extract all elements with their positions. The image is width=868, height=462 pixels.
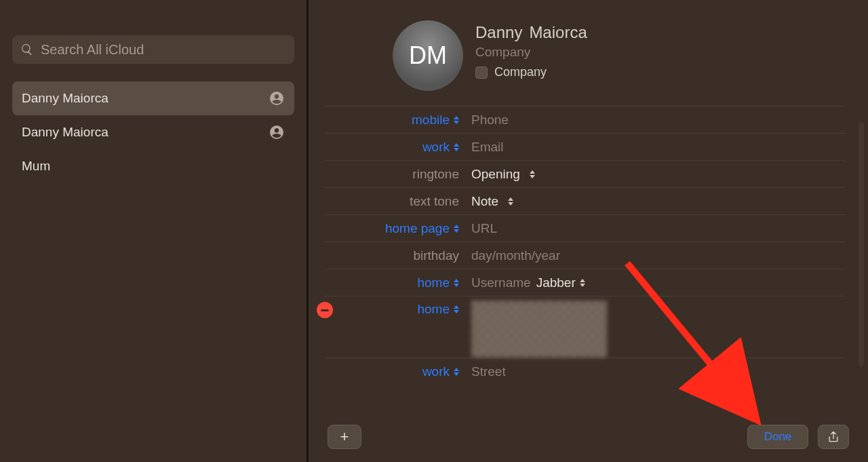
username-input[interactable]: Username (471, 275, 531, 290)
company-checkbox-row: Company (475, 65, 587, 79)
ringtone-label: ringtone (325, 167, 465, 182)
chevron-updown-icon (530, 170, 535, 178)
chevron-updown-icon (454, 305, 459, 313)
search-field[interactable] (12, 35, 294, 64)
contact-list-item[interactable]: Danny Maiorca (12, 81, 294, 115)
email-input[interactable]: Email (471, 140, 504, 155)
homepage-label-picker[interactable]: home page (325, 221, 465, 236)
chevron-updown-icon (454, 116, 459, 124)
mobile-label-picker[interactable]: mobile (325, 113, 465, 128)
email-label-picker[interactable]: work (325, 140, 465, 155)
first-name[interactable]: Danny (475, 23, 522, 41)
chevron-updown-icon (580, 279, 585, 287)
phone-input[interactable]: Phone (471, 113, 509, 128)
chevron-updown-icon (454, 279, 459, 287)
address-work-label-picker[interactable]: work (325, 364, 465, 379)
street-input[interactable]: Street (471, 364, 506, 379)
url-input[interactable]: URL (471, 221, 497, 236)
chevron-updown-icon (454, 368, 459, 376)
person-icon (269, 90, 285, 107)
field-row-ringtone: ringtone Opening (325, 160, 845, 187)
scrollbar[interactable] (859, 122, 864, 366)
field-row-mobile: mobile Phone (325, 106, 845, 133)
contact-detail: DM DannyMaiorca Company Company mobile P… (309, 0, 868, 462)
address-redacted[interactable] (471, 301, 607, 358)
field-row-home-address: home (325, 296, 845, 358)
chevron-updown-icon (454, 143, 459, 151)
company-checkbox-label: Company (494, 65, 547, 79)
field-row-texttone: text tone Note (325, 187, 845, 214)
share-button[interactable] (818, 425, 849, 449)
done-button[interactable]: Done (747, 425, 808, 449)
texttone-picker[interactable]: Note (465, 194, 845, 209)
add-field-button[interactable]: + (328, 425, 361, 449)
share-icon (827, 430, 840, 444)
im-label-picker[interactable]: home (325, 275, 465, 290)
chevron-updown-icon (508, 197, 513, 206)
detail-footer: + Done (309, 417, 868, 462)
fields-list: mobile Phone work Email ringtone Opening… (325, 106, 845, 385)
contact-header: DM DannyMaiorca Company Company (393, 20, 845, 91)
contact-name: Mum (22, 159, 50, 174)
field-row-homepage: home page URL (325, 214, 845, 242)
last-name[interactable]: Maiorca (529, 23, 587, 41)
name-fields[interactable]: DannyMaiorca (475, 23, 587, 42)
contact-list-item[interactable]: Danny Maiorca (12, 115, 294, 149)
contact-name: Danny Maiorca (22, 125, 108, 140)
company-checkbox[interactable] (475, 66, 488, 79)
sidebar: Danny Maiorca Danny Maiorca Mum (0, 0, 309, 462)
im-service-picker[interactable]: Jabber (536, 275, 585, 290)
ringtone-picker[interactable]: Opening (465, 167, 845, 182)
birthday-label: birthday (325, 248, 465, 263)
company-field[interactable]: Company (475, 45, 587, 60)
address-home-label-picker[interactable]: home (325, 296, 465, 317)
contact-list-item[interactable]: Mum (12, 149, 294, 183)
person-icon (269, 124, 285, 140)
texttone-label: text tone (325, 194, 465, 209)
birthday-input[interactable]: day/month/year (471, 248, 560, 263)
contacts-app: Danny Maiorca Danny Maiorca Mum DM Danny… (0, 0, 868, 462)
search-icon (20, 43, 34, 56)
field-row-im: home Username Jabber (325, 269, 845, 296)
chevron-updown-icon (454, 225, 459, 233)
field-row-work-address: work Street (325, 358, 845, 385)
field-row-birthday: birthday day/month/year (325, 242, 845, 269)
avatar[interactable]: DM (393, 20, 463, 91)
contact-list: Danny Maiorca Danny Maiorca Mum (12, 81, 294, 183)
search-input[interactable] (41, 42, 286, 58)
field-row-email: work Email (325, 133, 845, 160)
contact-name: Danny Maiorca (22, 91, 108, 106)
